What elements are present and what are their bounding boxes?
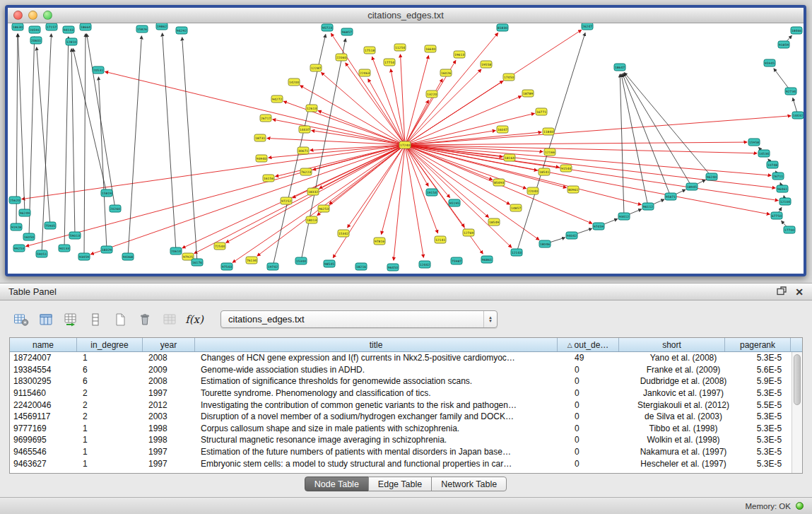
- network-node[interactable]: 14432: [792, 112, 804, 119]
- float-panel-icon[interactable]: [777, 286, 787, 298]
- network-node[interactable]: 97252: [281, 197, 292, 204]
- network-node[interactable]: 95723: [322, 24, 333, 31]
- column-header-year[interactable]: year: [143, 338, 195, 351]
- table-cell[interactable]: Estimation of the future numbers of pati…: [195, 447, 569, 457]
- network-node[interactable]: 18466: [791, 27, 802, 34]
- network-node[interactable]: 85493: [493, 179, 505, 186]
- network-edge[interactable]: [624, 73, 712, 177]
- network-edge[interactable]: [623, 74, 692, 187]
- network-node[interactable]: 12141: [435, 236, 446, 243]
- network-edge[interactable]: [87, 34, 115, 209]
- vertical-scrollbar[interactable]: [792, 352, 802, 473]
- network-node[interactable]: 92734: [785, 88, 796, 95]
- network-node[interactable]: 18789: [522, 90, 534, 97]
- network-node[interactable]: 20601: [30, 37, 42, 44]
- network-node[interactable]: 18329: [101, 246, 112, 253]
- network-node[interactable]: 16176: [192, 259, 203, 266]
- network-node[interactable]: 16640: [425, 45, 436, 52]
- network-window-titlebar[interactable]: citations_edges.txt: [8, 8, 804, 23]
- table-cell[interactable]: 0: [569, 388, 630, 398]
- network-node[interactable]: 17157: [46, 23, 57, 30]
- network-edge[interactable]: [348, 145, 405, 228]
- table-cell[interactable]: Nakamura et al. (1997): [630, 447, 736, 457]
- network-node[interactable]: 26711: [772, 173, 784, 180]
- table-cell[interactable]: 9465546: [10, 447, 77, 457]
- table-cell[interactable]: 6: [77, 376, 143, 386]
- table-row[interactable]: 946362711997Embryonic stem cells: a mode…: [10, 457, 802, 469]
- table-cell[interactable]: Embryonic stem cells: a model to study s…: [195, 459, 569, 469]
- network-node[interactable]: 17240: [399, 141, 411, 148]
- network-node[interactable]: 15826: [136, 25, 148, 33]
- table-cell[interactable]: 2009: [143, 365, 195, 375]
- table-cell[interactable]: 2003: [143, 411, 195, 421]
- network-node[interactable]: 19862: [156, 23, 167, 30]
- network-node[interactable]: 15344: [295, 257, 307, 264]
- network-node[interactable]: 11254: [394, 44, 406, 51]
- column-header-short[interactable]: short: [619, 338, 725, 351]
- network-node[interactable]: 11840: [543, 128, 554, 135]
- tab-node-table[interactable]: Node Table: [305, 477, 369, 491]
- table-row[interactable]: 2242004622012Investigating the contribut…: [10, 399, 802, 411]
- table-cell[interactable]: 49: [569, 353, 630, 363]
- table-cell[interactable]: de Silva et al. (2003): [630, 411, 736, 421]
- network-node[interactable]: 14437: [299, 126, 310, 133]
- network-canvas[interactable]: 1724097816153421801397252161569394018731…: [8, 23, 804, 273]
- table-cell[interactable]: 1997: [143, 459, 195, 469]
- close-panel-icon[interactable]: ✕: [795, 287, 804, 297]
- network-node[interactable]: 18647: [614, 64, 625, 71]
- network-node[interactable]: 19613: [454, 51, 465, 58]
- network-node[interactable]: 94292: [176, 27, 187, 34]
- network-node[interactable]: 15958: [748, 139, 760, 146]
- network-node[interactable]: 12287: [310, 64, 322, 71]
- network-node[interactable]: 75987: [451, 257, 462, 264]
- network-node[interactable]: 18664: [80, 23, 91, 30]
- network-node[interactable]: 19154: [426, 189, 437, 196]
- network-edge[interactable]: [128, 36, 141, 257]
- network-node[interactable]: 18046: [539, 240, 551, 247]
- table-cell[interactable]: 2: [77, 400, 143, 410]
- network-node[interactable]: 14200: [288, 78, 300, 86]
- network-node[interactable]: 12104: [779, 198, 791, 205]
- table-cell[interactable]: 0: [569, 459, 630, 469]
- table-cell[interactable]: 9115460: [10, 388, 77, 398]
- table-cell[interactable]: 19384554: [10, 365, 77, 375]
- network-node[interactable]: 91544: [560, 165, 572, 172]
- network-node[interactable]: 90133: [59, 245, 70, 252]
- table-cell[interactable]: 2008: [143, 376, 195, 386]
- network-edge[interactable]: [18, 34, 25, 213]
- column-header-pagerank[interactable]: pagerank: [725, 338, 791, 351]
- network-node[interactable]: 25620: [9, 197, 20, 204]
- network-node[interactable]: 96857: [341, 28, 353, 35]
- table-row[interactable]: 911546021997Tourette syndrome. Phenomeno…: [10, 387, 802, 399]
- network-edge[interactable]: [273, 119, 405, 145]
- column-header-in-degree[interactable]: in_degree: [77, 338, 143, 351]
- table-row[interactable]: 1456911722003Disruption of a novel membe…: [10, 411, 802, 423]
- network-node[interactable]: 95945: [764, 59, 775, 66]
- network-node[interactable]: 59051: [36, 250, 47, 257]
- table-cell[interactable]: 22420046: [10, 400, 77, 410]
- network-node[interactable]: 98545: [324, 260, 335, 267]
- network-edge[interactable]: [71, 49, 75, 235]
- combo-stepper-icon[interactable]: ▲▼: [483, 311, 497, 327]
- network-node[interactable]: 17754: [384, 59, 395, 66]
- table-cell[interactable]: 9463627: [10, 459, 77, 469]
- network-node[interactable]: 12613: [306, 105, 317, 112]
- network-edge[interactable]: [394, 145, 405, 260]
- network-node[interactable]: 18332: [307, 188, 319, 195]
- table-cell[interactable]: 1: [77, 459, 143, 469]
- network-node[interactable]: 18013: [306, 216, 317, 223]
- table-cell[interactable]: 18724007: [10, 353, 77, 363]
- network-node[interactable]: 59013: [69, 232, 81, 239]
- network-node[interactable]: 97543: [221, 263, 233, 270]
- table-row[interactable]: 1872400712008Changes of HCN gene express…: [10, 352, 802, 364]
- network-node[interactable]: 18164: [504, 154, 515, 161]
- scrollbar-thumb[interactable]: [794, 354, 801, 405]
- table-cell[interactable]: 1997: [143, 447, 195, 457]
- network-node[interactable]: 16047: [497, 126, 508, 133]
- network-node[interactable]: 20614: [170, 247, 182, 255]
- table-cell[interactable]: 14569117: [10, 411, 77, 421]
- table-cell[interactable]: 0: [569, 376, 630, 386]
- network-node[interactable]: 22060: [336, 54, 347, 61]
- network-node[interactable]: 96461: [777, 185, 788, 192]
- network-node[interactable]: 26717: [260, 115, 271, 122]
